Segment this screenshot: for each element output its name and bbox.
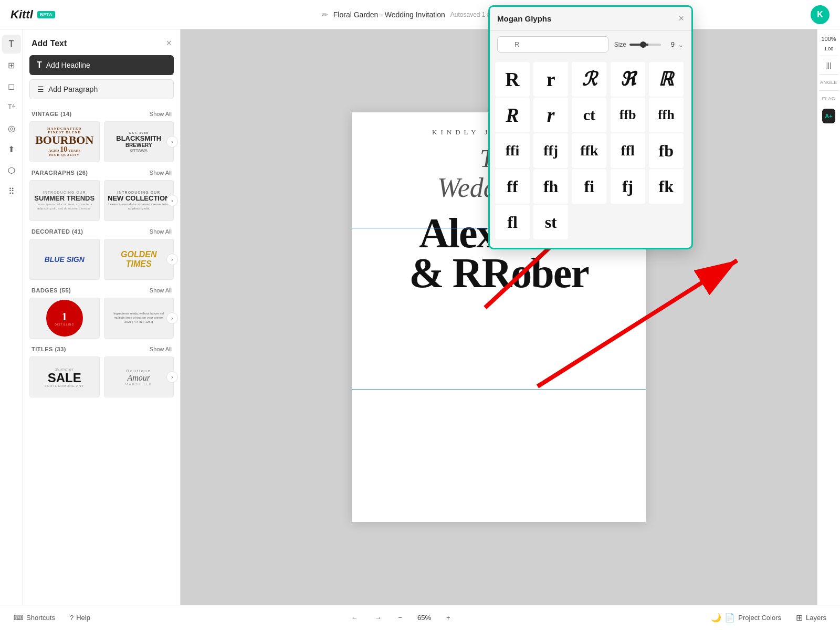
glyph-cell-ff[interactable]: ff [495,169,530,204]
glyph-cell-ffb[interactable]: ffb [611,98,645,132]
section-badges-header: BADGES (55) Show All [23,280,180,298]
glyph-cell-fl[interactable]: fl [495,205,530,239]
decorated-next-button[interactable]: › [166,254,178,265]
badge-circular-template[interactable]: 1 DISTILLING [29,298,100,339]
project-colors-button[interactable]: 🌙 📄 Project Colors [706,610,786,625]
paragraphs-grid: INTRODUCING OUR SUMMER TRENDS Lorem ipsu… [23,180,180,221]
paragraphs-next-button[interactable]: › [166,195,178,206]
glyph-cell-ffh[interactable]: ffh [649,98,684,132]
badge-label-preview: Ingredients ready, without labore velmul… [111,310,166,326]
badge-label-template[interactable]: Ingredients ready, without labore velmul… [104,298,174,339]
zoom-minus-icon: − [398,614,403,622]
glyph-search-wrapper: 🔍 [497,36,609,52]
glyph-add-button[interactable]: A+ [822,109,835,123]
logo-beta-badge: BETA [37,11,55,18]
titles-grid: Summer SALE FURTHERMORE ANY Boutique Amo… [23,356,180,397]
vintage-next-button[interactable]: › [166,136,178,148]
glyph-cell-st[interactable]: st [533,205,568,239]
glyph-size-stepper[interactable]: ⌄ [678,40,684,49]
shortcuts-icon: ⌨ [14,614,24,622]
shortcuts-button[interactable]: ⌨ Shortcuts [8,611,60,624]
undo-button[interactable]: ← [346,611,363,624]
badges-show-all-button[interactable]: Show All [150,287,172,293]
glyph-modal-body: 🔍 Size 9 ⌄ R r ℛ [490,31,691,248]
zoom-in-button[interactable]: + [441,611,456,624]
glyph-size-slider[interactable] [629,44,661,46]
section-paragraphs-header: PARAGRAPHS (26) Show All [23,162,180,180]
zoom-plus-icon: + [446,614,450,622]
summer-sale-preview: Summer SALE FURTHERMORE ANY [45,367,84,387]
vintage-show-all-button[interactable]: Show All [150,111,172,117]
canvas-second-line: & RRober [362,253,635,293]
titles-show-all-button[interactable]: Show All [150,346,172,352]
sidebar-item-assets[interactable]: ⬆ [2,140,21,159]
redo-button[interactable]: → [370,611,387,624]
help-button[interactable]: ? Help [65,611,96,624]
glyph-cell-R-script1[interactable]: ℛ [572,62,606,97]
avatar: K [811,5,830,24]
glyph-cell-ffl[interactable]: ffl [611,133,645,168]
document-title[interactable]: Floral Garden - Wedding Invitation [333,10,445,19]
glyph-cell-r-serif[interactable]: r [533,62,568,97]
glyph-cell-R-script2[interactable]: ℜ [611,62,645,97]
sidebar-item-layers[interactable]: ⊞ [2,56,21,75]
glyph-cell-fi[interactable]: fi [572,169,606,204]
vintage-grid: HANDCRAFTED FINEST BLEND BOURBON AGED 10… [23,121,180,162]
width-value: 1.00 [824,45,834,52]
golden-times-template[interactable]: GOLDENTIMES [104,239,174,280]
glyph-cell-R-serif[interactable]: R [495,62,530,97]
summer-trends-template[interactable]: INTRODUCING OUR SUMMER TRENDS Lorem ipsu… [29,180,100,221]
boutique-amour-template[interactable]: Boutique Amour MARSEILLE [104,356,174,397]
glyph-cell-fk[interactable]: fk [649,169,684,204]
blue-sign-template[interactable]: BLUE SIGN [29,239,100,280]
glyph-cell-ffi[interactable]: ffi [495,133,530,168]
glyph-cell-r-italic[interactable]: r [533,98,568,132]
badge-circular-preview: 1 DISTILLING [46,300,83,337]
summer-sale-template[interactable]: Summer SALE FURTHERMORE ANY [29,356,100,397]
glyph-cell-fb[interactable]: fb [649,133,684,168]
glyph-cell-fh[interactable]: fh [533,169,568,204]
glyph-search-input[interactable] [497,36,608,52]
main-area: T ⊞ ◻ Tᴬ ◎ ⬆ ⬡ ⠿ Add Text × T Add Headli… [0,29,840,605]
decorated-grid: BLUE SIGN GOLDENTIMES › [23,239,180,280]
glyph-cell-ffk[interactable]: ffk [572,133,606,168]
sidebar-item-search[interactable]: ◎ [2,119,21,138]
vintage-blacksmith-template[interactable]: EST. 1988 BLACKSMITH BREWERY OTTAWA [104,121,174,162]
add-headline-button[interactable]: T Add Headline [29,55,174,75]
paragraphs-show-all-button[interactable]: Show All [150,170,172,176]
zoom-percent: 100% [821,34,836,44]
glyph-cell-ffj[interactable]: ffj [533,133,568,168]
sidebar-item-text[interactable]: T [2,35,21,54]
vintage-bourbon-template[interactable]: HANDCRAFTED FINEST BLEND BOURBON AGED 10… [29,121,100,162]
decorated-show-all-button[interactable]: Show All [150,228,172,235]
columns-icon-button[interactable]: ||| [824,59,833,71]
selection-line-bottom [352,389,646,390]
project-colors-icon: 🌙 [711,613,721,623]
zoom-out-button[interactable]: − [393,611,408,624]
layers-button[interactable]: ⊞ Layers [791,610,832,625]
sidebar-item-grid[interactable]: ⠿ [2,182,21,201]
add-paragraph-button[interactable]: ☰ Add Paragraph [29,79,174,99]
layers-label: Layers [806,614,826,622]
glyph-cell-R-italic[interactable]: R [495,98,530,132]
sidebar-item-typography[interactable]: Tᴬ [2,98,21,117]
sidebar-item-photos[interactable]: ⬡ [2,161,21,180]
panel-close-button[interactable]: × [166,38,172,49]
help-label: Help [76,614,90,622]
badges-next-button[interactable]: › [166,312,178,324]
blue-sign-preview: BLUE SIGN [45,255,85,264]
bottom-center: ← → − 65% + [102,611,699,624]
new-collection-template[interactable]: INTRODUCING OUR NEW COLLECTION Lorem ips… [104,180,174,221]
glyph-search-row: 🔍 Size 9 ⌄ [490,31,691,58]
section-vintage-header: VINTAGE (14) Show All [23,103,180,121]
zoom-level-display: 65% [414,614,435,622]
glyph-cell-R-script3[interactable]: ℝ [649,62,684,97]
glyph-cell-ct[interactable]: ct [572,98,606,132]
project-colors-label: Project Colors [738,614,781,622]
bottom-right: 🌙 📄 Project Colors ⊞ Layers [706,610,832,625]
glyph-modal[interactable]: Mogan Glyphs × 🔍 Size 9 ⌄ [488,29,693,249]
glyph-cell-fj[interactable]: fj [611,169,645,204]
app-container: KittlBETA ✏ Floral Garden - Wedding Invi… [0,0,840,630]
titles-next-button[interactable]: › [166,371,178,383]
sidebar-item-elements[interactable]: ◻ [2,77,21,96]
